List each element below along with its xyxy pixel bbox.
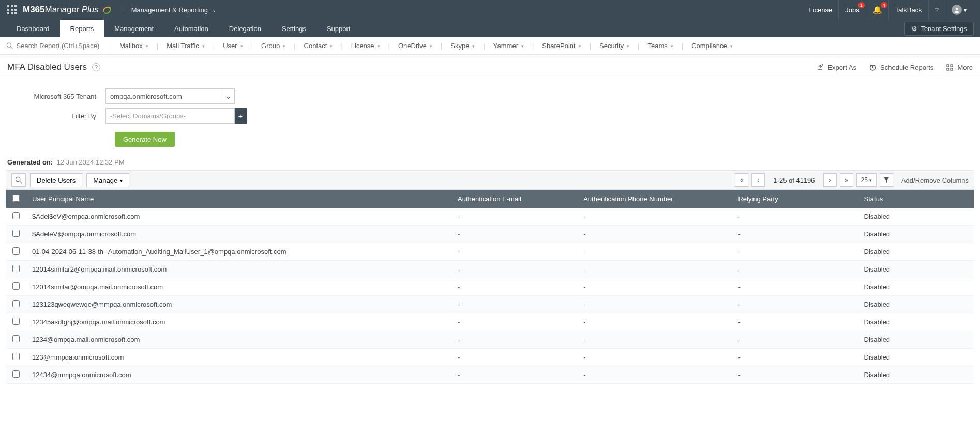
search-icon xyxy=(6,42,13,50)
add-remove-columns-link[interactable]: Add/Remove Columns xyxy=(896,176,969,184)
tenant-settings-button[interactable]: ⚙ Tenant Settings xyxy=(904,22,974,36)
last-page-button[interactable]: » xyxy=(840,173,853,187)
help-button[interactable]: ? xyxy=(928,0,945,20)
nav-tabs: Dashboard Reports Management Automation … xyxy=(0,20,980,37)
row-checkbox[interactable] xyxy=(12,282,20,290)
schedule-label: Schedule Reports xyxy=(880,64,933,71)
caret-down-icon: ▾ xyxy=(579,43,581,49)
filter-onedrive[interactable]: OneDrive▾ xyxy=(390,37,441,54)
cell-email: - xyxy=(451,261,577,278)
cell-upn: 12434@mmpqa.onmicrosoft.com xyxy=(26,366,451,384)
row-checkbox[interactable] xyxy=(12,370,20,378)
chevron-down-icon: ⌄ xyxy=(222,89,234,103)
table-search-button[interactable] xyxy=(11,173,26,187)
cell-phone: - xyxy=(577,278,732,296)
row-checkbox[interactable] xyxy=(12,247,20,255)
tab-support[interactable]: Support xyxy=(316,20,361,37)
first-page-button[interactable]: « xyxy=(735,173,748,187)
filter-security[interactable]: Security▾ xyxy=(591,37,638,54)
cell-upn: 1234@ompqa.mail.onmicrosoft.com xyxy=(26,331,451,349)
license-link[interactable]: License xyxy=(803,0,838,20)
col-relying-party[interactable]: Relying Party xyxy=(732,190,857,208)
schedule-reports-button[interactable]: Schedule Reports xyxy=(869,64,933,71)
filter-user[interactable]: User▾ xyxy=(215,37,251,54)
next-page-button[interactable]: › xyxy=(823,173,837,187)
help-icon[interactable]: ? xyxy=(92,63,100,71)
filter-group[interactable]: Group▾ xyxy=(253,37,294,54)
filter-yammer[interactable]: Yammer▾ xyxy=(485,37,532,54)
filter-compliance[interactable]: Compliance▾ xyxy=(683,37,741,54)
row-checkbox[interactable] xyxy=(12,230,20,237)
filter-label: Mail Traffic xyxy=(167,42,199,50)
table-toolbar: Delete Users Manage ▾ « ‹ 1-25 of 41196 … xyxy=(6,170,974,190)
manage-label: Manage xyxy=(93,176,117,184)
row-checkbox[interactable] xyxy=(12,300,20,307)
filter-mailbox[interactable]: Mailbox▾ xyxy=(111,37,157,54)
cell-rp: - xyxy=(732,243,857,261)
tab-dashboard[interactable]: Dashboard xyxy=(6,20,60,37)
filter-skype[interactable]: Skype▾ xyxy=(442,37,483,54)
cell-phone: - xyxy=(577,331,732,349)
select-all-checkbox[interactable] xyxy=(12,195,20,202)
tab-management[interactable]: Management xyxy=(104,20,164,37)
filter-contact[interactable]: Contact▾ xyxy=(296,37,341,54)
profile-menu[interactable]: ▾ xyxy=(945,0,973,20)
filter-license[interactable]: License▾ xyxy=(343,37,388,54)
svg-rect-5 xyxy=(951,65,953,67)
cell-upn: 12345asdfghj@ompqa.mail.onmicrosoft.com xyxy=(26,313,451,331)
row-checkbox[interactable] xyxy=(12,265,20,272)
row-checkbox[interactable] xyxy=(12,318,20,325)
filter-mail-traffic[interactable]: Mail Traffic▾ xyxy=(158,37,213,54)
chevron-down-icon: ⌄ xyxy=(212,7,216,13)
talkback-link[interactable]: TalkBack xyxy=(888,0,928,20)
prev-page-button[interactable]: ‹ xyxy=(751,173,765,187)
cell-rp: - xyxy=(732,296,857,313)
generated-on-value: 12 Jun 2024 12:32 PM xyxy=(57,158,125,166)
add-filter-button[interactable]: + xyxy=(234,108,247,124)
apps-grid-icon[interactable] xyxy=(7,5,17,14)
cell-upn: $Adel$eV@ompqa.onmicrosoft.com xyxy=(26,208,451,226)
notifications-button[interactable]: 🔔 4 xyxy=(866,0,888,20)
module-dropdown[interactable]: Management & Reporting ⌄ xyxy=(131,6,216,14)
row-checkbox[interactable] xyxy=(12,212,20,219)
row-checkbox[interactable] xyxy=(12,335,20,342)
manage-dropdown[interactable]: Manage ▾ xyxy=(86,173,129,187)
export-as-button[interactable]: Export As xyxy=(816,64,856,71)
caret-down-icon: ▾ xyxy=(378,43,380,49)
cell-phone: - xyxy=(577,243,732,261)
tab-delegation[interactable]: Delegation xyxy=(219,20,272,37)
filter-teams[interactable]: Teams▾ xyxy=(639,37,681,54)
filter-button[interactable] xyxy=(880,173,893,187)
col-status[interactable]: Status xyxy=(858,190,974,208)
tab-reports[interactable]: Reports xyxy=(60,20,104,37)
table-row: 123@mmpqa.onmicrosoft.com---Disabled xyxy=(6,349,974,366)
filter-sharepoint[interactable]: SharePoint▾ xyxy=(534,37,589,54)
tenant-select[interactable]: ompqa.onmicrosoft.com ⌄ xyxy=(105,88,235,104)
filter-label: Compliance xyxy=(691,42,727,50)
page-size-select[interactable]: 25 ▾ xyxy=(856,173,877,187)
generated-on: Generated on: 12 Jun 2024 12:32 PM xyxy=(0,153,980,170)
filter-label: SharePoint xyxy=(542,42,575,50)
tab-settings[interactable]: Settings xyxy=(272,20,316,37)
filterby-select[interactable]: -Select Domains/Groups- xyxy=(105,108,235,124)
jobs-link[interactable]: Jobs 1 xyxy=(838,0,865,20)
svg-line-2 xyxy=(11,47,13,49)
page-title-row: MFA Disabled Users ? Export As Schedule … xyxy=(0,55,980,77)
more-label: More xyxy=(957,64,973,71)
cell-email: - xyxy=(451,226,577,243)
row-checkbox[interactable] xyxy=(12,353,20,360)
col-auth-phone[interactable]: Authentication Phone Number xyxy=(577,190,732,208)
tab-automation[interactable]: Automation xyxy=(164,20,219,37)
svg-rect-4 xyxy=(947,65,949,67)
svg-point-0 xyxy=(956,8,958,10)
col-auth-email[interactable]: Authentication E-mail xyxy=(451,190,577,208)
cell-status: Disabled xyxy=(858,243,974,261)
col-upn[interactable]: User Principal Name xyxy=(26,190,451,208)
generate-now-button[interactable]: Generate Now xyxy=(115,132,175,147)
cell-email: - xyxy=(451,366,577,384)
search-report-input[interactable] xyxy=(17,42,107,50)
more-button[interactable]: More xyxy=(946,64,973,71)
delete-users-button[interactable]: Delete Users xyxy=(30,173,82,187)
cell-upn: 12014similar2@ompqa.mail.onmicrosoft.com xyxy=(26,261,451,278)
talkback-label: TalkBack xyxy=(895,6,922,14)
